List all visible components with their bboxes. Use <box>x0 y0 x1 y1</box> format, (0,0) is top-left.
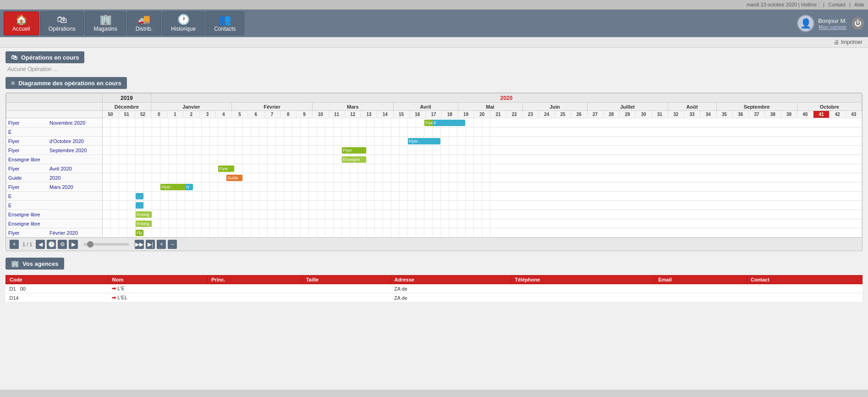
agencies-title: Vos agences <box>22 260 59 267</box>
nav-operations[interactable]: 🛍 Opérations <box>40 11 84 35</box>
nav-bar: 🏠 Accueil 🛍 Opérations 🏢 Magasins 🚚 Dist… <box>0 10 868 37</box>
zoom-slider-thumb[interactable] <box>87 241 93 248</box>
week-39: 39 <box>781 111 797 118</box>
month-mar: Mars <box>313 103 393 111</box>
agency-row-d14[interactable]: D14 ➡ L'EL ZA de <box>6 293 863 303</box>
gantt-row[interactable]: FlyerMars 2020FlyerN <box>6 182 862 192</box>
agencies-header-row: Code Nom Princ. Taille Adresse Téléphone… <box>6 276 863 284</box>
agency-email <box>654 284 747 293</box>
gantt-row[interactable]: E <box>6 201 862 210</box>
gantt-row[interactable]: FlyerNovembre 2020FlyerE <box>6 118 862 127</box>
nav-accueil[interactable]: 🏠 Accueil <box>4 11 39 35</box>
agency-telephone <box>511 284 654 293</box>
gantt-bar[interactable]: Enseig. <box>136 211 152 218</box>
agency-contact <box>747 284 862 293</box>
print-label: Imprimer <box>841 39 863 45</box>
week-0: 0 <box>151 111 167 118</box>
nav-distrib[interactable]: 🚚 Distrib. <box>127 11 161 35</box>
contact-link[interactable]: Contact <box>828 2 846 7</box>
week-1: 1 <box>167 111 183 118</box>
nav-contacts[interactable]: 👥 Contacts <box>205 11 244 35</box>
print-button[interactable]: 🖨 Imprimer <box>834 39 863 45</box>
week-33: 33 <box>684 111 700 118</box>
nav-magasins[interactable]: 🏢 Magasins <box>85 11 126 35</box>
week-19: 19 <box>458 111 474 118</box>
agency-adresse: ZA de <box>390 293 511 303</box>
home-icon: 🏠 <box>15 15 27 25</box>
gantt-row-label: E <box>6 201 103 210</box>
gantt-row[interactable]: É <box>6 127 862 137</box>
gantt-bar[interactable]: Enseigne <box>342 156 366 163</box>
gantt-row[interactable]: E <box>6 192 862 201</box>
operations-title: Opérations en cours <box>21 54 79 61</box>
gantt-bar[interactable]: N <box>185 184 193 190</box>
gantt-bar[interactable]: Enseig. <box>136 221 152 227</box>
week-18: 18 <box>442 111 458 118</box>
month-aug: Août <box>668 103 716 111</box>
gantt-row[interactable]: Enseigne libreEnseig. <box>6 210 862 219</box>
week-21: 21 <box>490 111 506 118</box>
gantt-bar[interactable]: Flyer <box>342 147 366 154</box>
gantt-bar[interactable]: Flyer . <box>408 138 440 144</box>
nav-operations-label: Opérations <box>49 26 76 32</box>
zoom-slider-track[interactable] <box>83 243 129 246</box>
gantt-row-label: É <box>6 127 103 137</box>
week-13: 13 <box>361 111 377 118</box>
gantt-cells-row <box>103 201 862 210</box>
agency-row-d1[interactable]: D1 00 ➡ L'E ZA de <box>6 284 863 293</box>
page-info: 1 / 1 <box>21 242 34 247</box>
gantt-cells-row: Enseigne <box>103 155 862 164</box>
minus-button[interactable]: − <box>168 240 177 249</box>
week-23: 23 <box>522 111 538 118</box>
week-31: 31 <box>652 111 668 118</box>
fast-forward-button[interactable]: ▶▶ <box>135 240 144 249</box>
gantt-row[interactable]: FlyerSeptembre 2020Flyer <box>6 146 862 155</box>
week-4: 4 <box>215 111 231 118</box>
gantt-bar[interactable]: E <box>433 120 465 126</box>
gantt-row[interactable]: Enseigne libreEnseig. <box>6 219 862 228</box>
gantt-row[interactable]: Flyerd'Octobre 2020Flyer . <box>6 137 862 146</box>
year-2019: 2019 <box>103 94 151 103</box>
week-24: 24 <box>538 111 555 118</box>
shopping-icon: 🛍 <box>57 15 67 25</box>
week-34: 34 <box>700 111 716 118</box>
gantt-row-label: FlyerAvril 2020 <box>6 164 103 173</box>
clock-button[interactable]: 🕐 <box>47 240 56 249</box>
mon-compte-link[interactable]: Mon compte <box>819 24 846 30</box>
gantt-bar[interactable]: Fly. <box>136 230 143 236</box>
week-6: 6 <box>248 111 264 118</box>
logout-button[interactable]: ⏻ <box>852 17 864 30</box>
week-41: 41 <box>813 111 830 118</box>
nav-historique[interactable]: 🕐 Historique <box>162 11 204 35</box>
nav-magasins-label: Magasins <box>93 26 117 32</box>
week-51: 51 <box>119 111 135 118</box>
week-22: 22 <box>506 111 522 118</box>
zoom-in-button[interactable]: + <box>10 240 19 249</box>
week-14: 14 <box>377 111 393 118</box>
gantt-row[interactable]: Enseigne libreEnseigne <box>6 155 862 164</box>
diagramme-header: ≡ Diagramme des opérations en cours <box>5 77 127 89</box>
gantt-bar[interactable]: Guide <box>226 175 242 181</box>
plus-button[interactable]: + <box>157 240 166 249</box>
gantt-row[interactable]: Guide2020Guide <box>6 173 862 182</box>
aide-link[interactable]: Aide <box>854 2 864 7</box>
gantt-row[interactable]: FlyerAvril 2020Flyer <box>6 164 862 173</box>
building-icon: 🏢 <box>99 15 112 25</box>
gantt-bar[interactable]: Flyer <box>218 165 234 172</box>
week-28: 28 <box>603 111 619 118</box>
week-27: 27 <box>587 111 603 118</box>
prev-page-button[interactable]: ◀ <box>36 240 45 249</box>
nav-user-section: 👤 Bonjour M. Mon compte ⏻ <box>245 11 864 35</box>
week-25: 25 <box>555 111 571 118</box>
settings-button[interactable]: ⚙ <box>58 240 67 249</box>
gantt-bar[interactable] <box>136 202 143 209</box>
gantt-scroll[interactable]: 2019 2020 Décembre Janvier Février Mars … <box>6 93 862 237</box>
gantt-row[interactable]: FlyerFévrier 2020Fly. <box>6 228 862 237</box>
col-code: Code <box>6 276 109 284</box>
next-page-button[interactable]: ▶ <box>69 240 78 249</box>
end-button[interactable]: ▶| <box>146 240 155 249</box>
top-bar: mardi 13 octobre 2020 | Hotline : | Cont… <box>0 0 868 10</box>
agency-princ <box>208 284 302 293</box>
gantt-row-label: FlyerFévrier 2020 <box>6 228 103 237</box>
gantt-bar[interactable] <box>136 193 143 199</box>
